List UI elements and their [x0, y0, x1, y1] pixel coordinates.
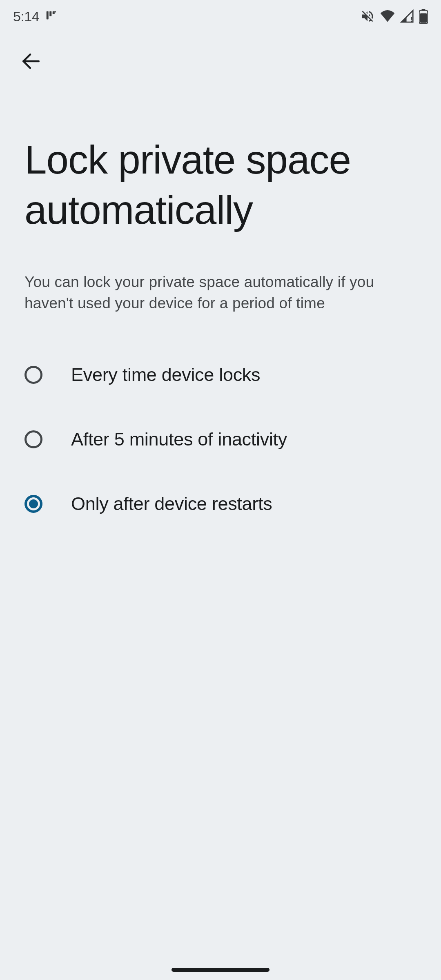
radio-group: Every time device locks After 5 minutes … [0, 314, 441, 536]
radio-label: Every time device locks [71, 364, 260, 385]
svg-rect-1 [49, 11, 51, 17]
radio-option-5-min-inactivity[interactable]: After 5 minutes of inactivity [0, 407, 441, 472]
svg-point-3 [54, 11, 56, 13]
status-left: 5:14 [13, 9, 57, 24]
signal-icon: ! [400, 9, 414, 23]
svg-rect-0 [47, 11, 49, 20]
mute-icon [360, 9, 375, 24]
svg-rect-7 [420, 13, 427, 23]
page-title: Lock private space automatically [0, 90, 441, 235]
radio-option-every-lock[interactable]: Every time device locks [0, 343, 441, 407]
radio-icon [24, 366, 42, 384]
app-bar [0, 33, 441, 90]
wifi-icon [380, 10, 395, 22]
status-bar: 5:14 ! [0, 0, 441, 33]
arrow-back-icon [21, 51, 41, 71]
radio-label: Only after device restarts [71, 493, 272, 514]
radio-option-after-restart[interactable]: Only after device restarts [0, 472, 441, 536]
svg-text:!: ! [411, 16, 413, 23]
radio-icon [24, 430, 42, 448]
status-right: ! [360, 9, 428, 24]
radio-label: After 5 minutes of inactivity [71, 429, 287, 450]
status-time: 5:14 [13, 9, 39, 24]
gesture-nav-handle[interactable] [172, 968, 270, 972]
radio-icon [24, 495, 42, 513]
back-button[interactable] [15, 45, 47, 78]
battery-icon [419, 9, 428, 24]
svg-rect-2 [53, 11, 55, 15]
page-subtitle: You can lock your private space automati… [0, 235, 441, 314]
now-playing-icon [45, 10, 57, 22]
